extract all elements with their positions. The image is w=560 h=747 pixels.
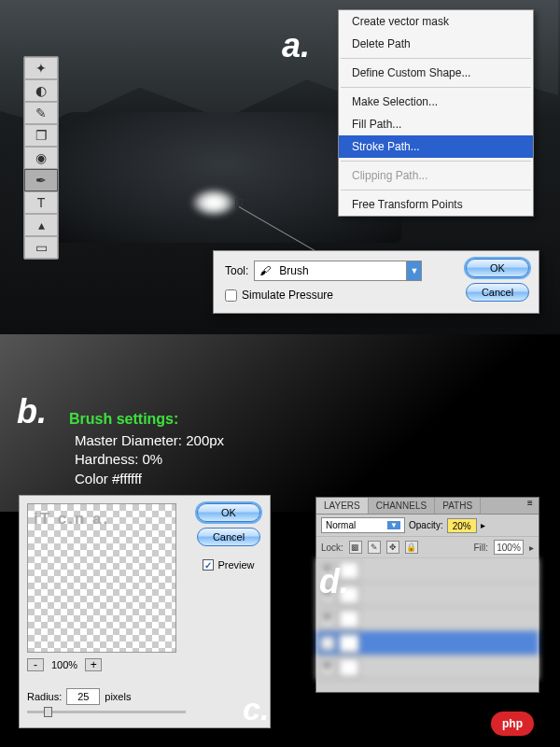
opacity-value[interactable]: 20%: [447, 518, 477, 533]
menu-free-transform[interactable]: Free Transform Points: [339, 193, 533, 216]
layers-panel: LAYERS CHANNELS PATHS ≡ Normal ▼ Opacity…: [315, 497, 539, 693]
opacity-stepper-icon[interactable]: ▸: [481, 520, 485, 530]
wand-tool-icon[interactable]: ✦: [24, 57, 58, 79]
slider-thumb[interactable]: [44, 707, 52, 717]
blend-mode-value: Normal: [326, 520, 356, 530]
tab-channels[interactable]: CHANNELS: [369, 498, 435, 514]
cursor-crosshair-icon: [235, 199, 243, 206]
layer-thumb: [339, 658, 359, 677]
preview-canvas[interactable]: iT c.n a.: [27, 503, 176, 653]
path-context-menu: Create vector mask Delete Path Define Cu…: [338, 9, 534, 217]
zoom-value: 100%: [51, 659, 77, 670]
watermark-text: iT c.n a.: [34, 510, 109, 529]
fill-value[interactable]: 100%: [494, 540, 524, 555]
stroke-path-dialog: Tool: 🖌 Brush ▼ Simulate Pressure OK Can…: [213, 250, 539, 314]
brush-color: Color #ffffff: [75, 470, 224, 488]
lock-position-icon[interactable]: ✥: [386, 541, 399, 554]
brush-tool-icon[interactable]: ✎: [24, 102, 58, 124]
shape-tool-icon[interactable]: ▭: [24, 236, 58, 259]
radius-slider[interactable]: [27, 711, 186, 713]
radius-label: Radius:: [27, 691, 62, 702]
menu-fill-path[interactable]: Fill Path...: [339, 113, 533, 135]
menu-delete-path[interactable]: Delete Path: [339, 33, 533, 55]
menu-define-custom-shape[interactable]: Define Custom Shape...: [339, 62, 533, 84]
fill-stepper-icon[interactable]: ▸: [529, 543, 534, 553]
menu-clipping-path: Clipping Path...: [339, 164, 533, 187]
panel-label-c: c.: [243, 691, 269, 727]
preview-checkbox[interactable]: ✓: [203, 559, 214, 571]
brush-settings-title: Brush settings:: [69, 411, 178, 428]
blur-tool-icon[interactable]: ◉: [24, 147, 58, 169]
opacity-label: Opacity:: [409, 520, 443, 530]
cancel-button[interactable]: Cancel: [466, 283, 529, 302]
menu-separator: [341, 58, 531, 59]
menu-separator: [341, 190, 531, 190]
tool-label: Tool:: [225, 264, 248, 277]
brush-hardness: Hardness: 0%: [75, 450, 224, 469]
chevron-down-icon[interactable]: ▼: [387, 521, 400, 529]
ok-button[interactable]: OK: [197, 503, 260, 522]
tab-paths[interactable]: PATHS: [435, 498, 481, 514]
layer-row[interactable]: 👁: [316, 583, 539, 607]
tab-layers[interactable]: LAYERS: [316, 498, 369, 514]
simulate-pressure-label: Simulate Pressure: [242, 289, 333, 302]
layers-list: 👁 👁 👁 👁 👁: [316, 558, 539, 680]
panel-label-a: a.: [282, 26, 310, 65]
visibility-icon[interactable]: 👁: [320, 660, 335, 675]
cancel-button[interactable]: Cancel: [197, 528, 260, 546]
preview-label: Preview: [217, 559, 254, 571]
lasso-tool-icon[interactable]: ◐: [24, 79, 58, 102]
menu-separator: [341, 161, 531, 162]
chevron-down-icon[interactable]: ▼: [406, 261, 421, 280]
menu-make-selection[interactable]: Make Selection...: [339, 91, 533, 113]
layer-row[interactable]: 👁: [316, 607, 539, 631]
panel-menu-icon[interactable]: ≡: [522, 498, 539, 514]
fill-label: Fill:: [473, 543, 488, 553]
clone-tool-icon[interactable]: ❐: [24, 124, 58, 147]
lock-pixels-icon[interactable]: ✎: [368, 541, 381, 554]
ok-button[interactable]: OK: [466, 259, 529, 277]
layer-row[interactable]: 👁: [316, 558, 539, 583]
visibility-icon[interactable]: 👁: [320, 636, 335, 651]
path-select-tool-icon[interactable]: ▴: [24, 214, 58, 236]
menu-stroke-path[interactable]: Stroke Path...: [339, 135, 533, 158]
zoom-out-button[interactable]: -: [27, 658, 44, 671]
brush-icon: 🖌: [255, 261, 275, 280]
php-badge: php: [491, 712, 534, 736]
menu-create-vector-mask[interactable]: Create vector mask: [339, 10, 533, 33]
layer-thumb: [339, 634, 359, 653]
radius-input[interactable]: [66, 688, 100, 705]
visibility-icon[interactable]: 👁: [320, 612, 335, 627]
lock-all-icon[interactable]: 🔒: [405, 541, 418, 554]
brush-diameter: Master Diameter: 200px: [75, 431, 224, 450]
lock-label: Lock:: [321, 543, 343, 553]
type-tool-icon[interactable]: T: [24, 191, 58, 214]
radius-unit: pixels: [105, 691, 131, 702]
headlight-glow: [191, 189, 236, 217]
layer-row[interactable]: 👁: [316, 655, 539, 680]
simulate-pressure-checkbox[interactable]: [225, 289, 237, 302]
lock-transparent-icon[interactable]: ▩: [349, 541, 362, 554]
panel-label-d: d.: [319, 562, 349, 601]
tool-dropdown-value: Brush: [275, 264, 406, 277]
panel-label-b: b.: [17, 392, 47, 431]
blend-mode-dropdown[interactable]: Normal ▼: [321, 517, 405, 533]
layer-thumb: [339, 610, 359, 628]
menu-separator: [341, 87, 531, 88]
brush-settings-text: Master Diameter: 200px Hardness: 0% Colo…: [75, 431, 224, 488]
layer-row[interactable]: 👁: [316, 631, 539, 655]
tools-palette: ✦ ◐ ✎ ❐ ◉ ✒ T ▴ ▭: [23, 56, 59, 260]
zoom-in-button[interactable]: +: [85, 658, 102, 671]
gaussian-blur-dialog: iT c.n a. - 100% + OK Cancel ✓ Preview R…: [19, 495, 271, 728]
tool-dropdown[interactable]: 🖌 Brush ▼: [254, 261, 422, 281]
pen-tool-icon[interactable]: ✒: [24, 169, 58, 191]
